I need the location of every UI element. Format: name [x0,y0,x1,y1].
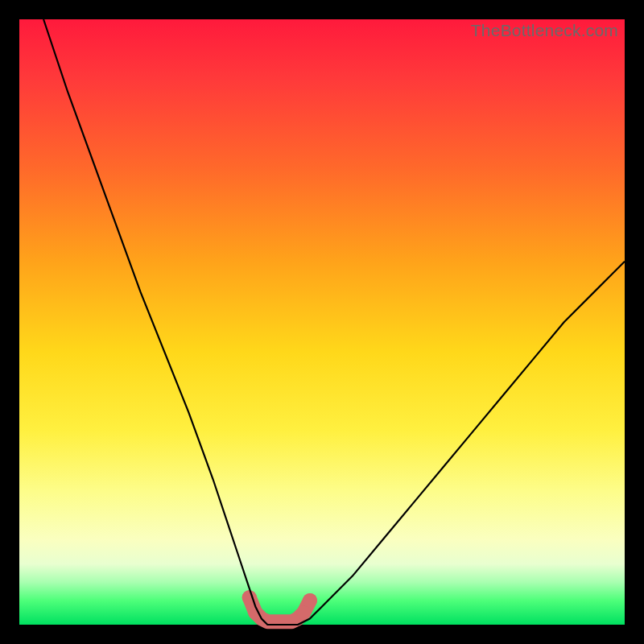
optimal-band [242,590,317,621]
plot-area: TheBottleneck.com [19,19,625,625]
bottleneck-curve [43,19,625,625]
optimal-band-dot [303,593,317,608]
chart-frame: TheBottleneck.com [0,0,644,644]
chart-svg [19,19,625,625]
